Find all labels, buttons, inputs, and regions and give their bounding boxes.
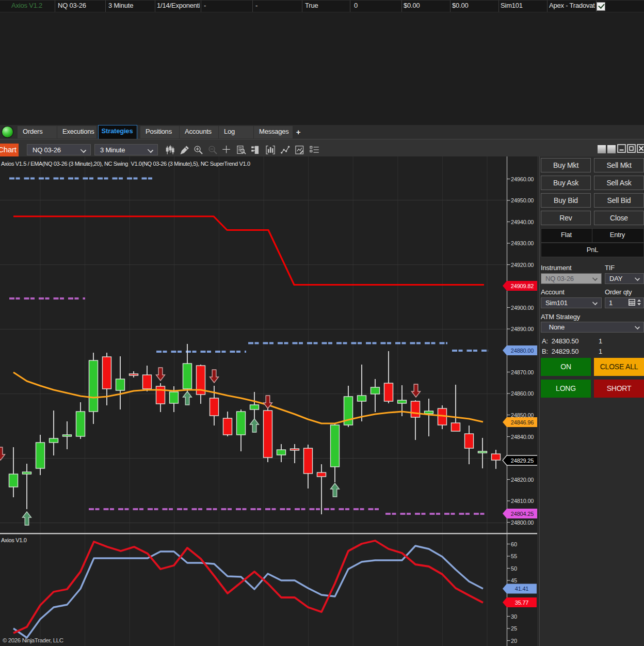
- svg-text:24804.25: 24804.25: [511, 511, 534, 517]
- svg-text:25: 25: [511, 625, 517, 632]
- svg-text:50: 50: [511, 565, 517, 572]
- svg-text:Axios V1.0: Axios V1.0: [1, 537, 27, 543]
- svg-text:24810.00: 24810.00: [511, 498, 534, 504]
- svg-text:24909.82: 24909.82: [511, 283, 534, 289]
- svg-text:24850.00: 24850.00: [511, 412, 534, 418]
- svg-text:41.41: 41.41: [515, 586, 529, 592]
- svg-text:24800.00: 24800.00: [511, 519, 534, 526]
- svg-text:24960.00: 24960.00: [511, 176, 534, 182]
- svg-text:Axios V1.5 / EMA(NQ 03-26 (3 M: Axios V1.5 / EMA(NQ 03-26 (3 Minute),20)…: [1, 161, 250, 167]
- svg-text:45: 45: [511, 577, 517, 584]
- svg-text:24880.00: 24880.00: [511, 348, 534, 354]
- svg-text:24870.00: 24870.00: [511, 369, 534, 375]
- svg-text:24820.00: 24820.00: [511, 477, 534, 483]
- svg-text:24920.00: 24920.00: [511, 262, 534, 268]
- svg-text:35.77: 35.77: [515, 600, 529, 606]
- svg-text:55: 55: [511, 553, 517, 559]
- svg-text:24900.00: 24900.00: [511, 305, 534, 311]
- svg-text:24846.96: 24846.96: [511, 419, 534, 426]
- svg-text:24860.00: 24860.00: [511, 390, 534, 397]
- svg-text:© 2026 NinjaTrader, LLC: © 2026 NinjaTrader, LLC: [3, 637, 63, 643]
- svg-text:24840.00: 24840.00: [511, 434, 534, 440]
- svg-text:24890.00: 24890.00: [511, 326, 534, 332]
- svg-text:24950.00: 24950.00: [511, 197, 534, 203]
- svg-text:30: 30: [511, 613, 517, 620]
- svg-text:24829.25: 24829.25: [511, 458, 534, 464]
- svg-text:20: 20: [511, 638, 517, 644]
- svg-text:24940.00: 24940.00: [511, 219, 534, 225]
- svg-text:24930.00: 24930.00: [511, 240, 534, 246]
- svg-text:60: 60: [511, 541, 517, 547]
